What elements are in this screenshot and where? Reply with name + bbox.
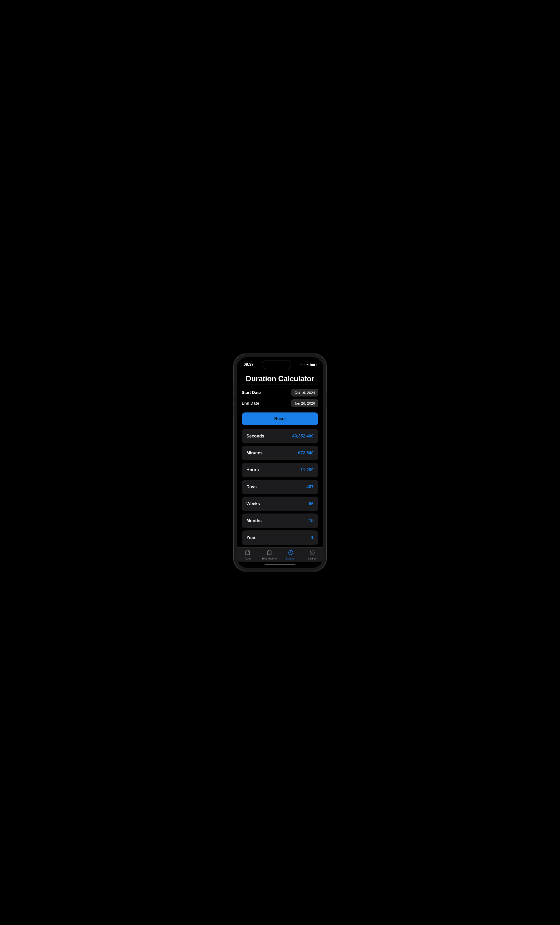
tab-duration[interactable]: Duration [280, 550, 302, 560]
result-row-days: Days467 [242, 480, 318, 494]
page-title: Duration Calculator [242, 374, 318, 383]
result-value-2: 11,209 [300, 467, 314, 473]
result-row-months: Months15 [242, 514, 318, 528]
tab-settings[interactable]: Settings [302, 550, 323, 560]
result-label-3: Days [246, 484, 257, 490]
result-row-weeks: Weeks66 [242, 497, 318, 511]
tab-duration-label: Duration [286, 557, 295, 560]
result-row-seconds: Seconds40,352,400 [242, 429, 318, 443]
time-machine-icon [267, 550, 272, 557]
result-value-4: 66 [309, 501, 314, 506]
result-label-1: Minutes [246, 450, 263, 456]
result-row-minutes: Minutes672,540 [242, 446, 318, 460]
signal-icon [300, 364, 305, 365]
battery-icon [311, 363, 317, 366]
dynamic-island [262, 360, 291, 369]
result-value-0: 40,352,400 [292, 434, 314, 439]
phone-screen: 09:37 ∿ Duration Calculator [237, 357, 323, 568]
reset-button[interactable]: Reset [242, 413, 318, 425]
result-value-6: 1 [311, 535, 314, 540]
home-indicator [237, 562, 323, 568]
settings-icon [310, 550, 315, 557]
end-date-label: End Date [242, 401, 259, 406]
end-date-value[interactable]: Jan 26, 2026 [291, 399, 318, 407]
start-date-label: Start Date [242, 390, 261, 395]
status-bar: 09:37 ∿ [237, 357, 323, 371]
tab-today[interactable]: Today [237, 550, 258, 560]
results-list: Seconds40,352,400Minutes672,540Hours11,2… [242, 429, 318, 545]
start-date-value[interactable]: Oct 16, 2024 [291, 389, 318, 396]
tab-today-label: Today [245, 557, 251, 560]
status-time: 09:37 [243, 362, 254, 367]
phone-device: 09:37 ∿ Duration Calculator [234, 354, 326, 571]
result-row-hours: Hours11,209 [242, 463, 318, 477]
duration-icon [288, 550, 293, 557]
app-content: Duration Calculator Start Date Oct 16, 2… [237, 374, 323, 545]
result-label-2: Hours [246, 467, 259, 473]
title-divider [242, 384, 318, 385]
svg-rect-0 [246, 551, 250, 555]
tab-time-machine[interactable]: Time Machine [258, 550, 280, 560]
result-value-1: 672,540 [298, 450, 314, 456]
today-icon [245, 550, 250, 557]
result-row-year: Year1 [242, 530, 318, 545]
result-label-0: Seconds [246, 434, 264, 439]
result-value-5: 15 [309, 518, 314, 523]
start-date-row: Start Date Oct 16, 2024 [242, 389, 318, 396]
tab-bar: Today Time Machine [237, 547, 323, 562]
tab-settings-label: Settings [308, 557, 317, 560]
wifi-icon: ∿ [306, 363, 309, 366]
result-value-3: 467 [306, 484, 314, 490]
svg-point-11 [312, 552, 313, 553]
status-icons: ∿ [300, 363, 317, 366]
end-date-row: End Date Jan 26, 2026 [242, 399, 318, 407]
result-label-4: Weeks [246, 501, 260, 506]
home-bar [264, 564, 296, 565]
result-label-6: Year [246, 535, 255, 540]
result-label-5: Months [246, 518, 262, 523]
tab-time-machine-label: Time Machine [262, 557, 277, 560]
